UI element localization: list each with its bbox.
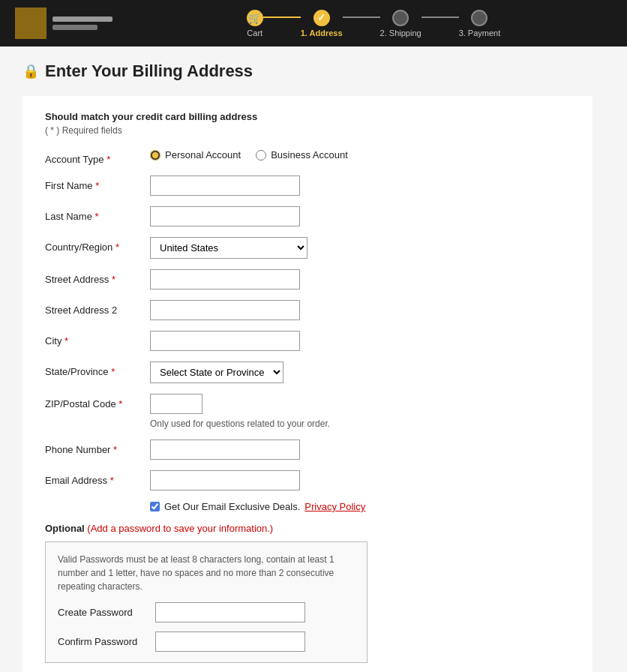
progress-bar: 🛒 Cart ✓ 1. Address 2. Shipping 3. Payme… bbox=[135, 10, 612, 38]
create-password-input[interactable] bbox=[155, 602, 305, 622]
connector-1 bbox=[263, 16, 301, 18]
street-address-field bbox=[150, 269, 570, 290]
step-cart-label: Cart bbox=[247, 28, 262, 38]
zip-input[interactable] bbox=[150, 394, 202, 414]
country-row: Country/Region * United States Canada Un… bbox=[45, 237, 570, 259]
street-address-input[interactable] bbox=[150, 269, 300, 290]
street-address2-row: Street Address 2 bbox=[45, 300, 570, 320]
header: 🛒 Cart ✓ 1. Address 2. Shipping 3. Payme… bbox=[0, 0, 627, 46]
password-box: Valid Passwords must be at least 8 chara… bbox=[45, 542, 368, 663]
step-address-label: 1. Address bbox=[301, 28, 343, 38]
logo-text bbox=[52, 16, 112, 30]
state-field: Select State or Province Alabama Alaska … bbox=[150, 362, 570, 383]
radio-personal[interactable]: Personal Account bbox=[150, 149, 241, 160]
street-address-label: Street Address * bbox=[45, 269, 150, 285]
step-shipping-label: 2. Shipping bbox=[380, 28, 422, 38]
city-input[interactable] bbox=[150, 331, 300, 351]
street-address2-field bbox=[150, 300, 570, 320]
first-name-row: First Name * bbox=[45, 176, 570, 196]
street-address-row: Street Address * bbox=[45, 269, 570, 290]
confirm-password-label: Confirm Password bbox=[58, 636, 155, 647]
state-select[interactable]: Select State or Province Alabama Alaska … bbox=[150, 362, 284, 383]
last-name-input[interactable] bbox=[150, 206, 300, 226]
form-subtitle: Should match your credit card billing ad… bbox=[45, 111, 570, 122]
zip-note: Only used for questions related to your … bbox=[150, 418, 570, 429]
phone-row: Phone Number * bbox=[45, 440, 570, 460]
email-field bbox=[150, 470, 570, 490]
form-container: Should match your credit card billing ad… bbox=[22, 96, 592, 672]
first-name-label: First Name * bbox=[45, 176, 150, 191]
zip-field bbox=[150, 394, 570, 414]
step-cart: 🛒 Cart bbox=[247, 10, 263, 38]
street-address2-label: Street Address 2 bbox=[45, 300, 150, 316]
city-label: City * bbox=[45, 331, 150, 346]
required-note: ( * ) Required fields bbox=[45, 125, 570, 136]
last-name-label: Last Name * bbox=[45, 206, 150, 222]
account-type-field: Personal Account Business Account bbox=[150, 149, 570, 160]
optional-label: Optional (Add a password to save your in… bbox=[45, 523, 570, 534]
phone-field bbox=[150, 440, 570, 460]
first-name-field bbox=[150, 176, 570, 196]
privacy-policy-link[interactable]: Privacy Policy bbox=[304, 501, 365, 512]
step-payment: 3. Payment bbox=[459, 10, 501, 38]
password-hint: Valid Passwords must be at least 8 chara… bbox=[58, 553, 355, 593]
email-deals-row: Get Our Email Exclusive Deals. Privacy P… bbox=[150, 501, 570, 512]
city-field bbox=[150, 331, 570, 351]
step-shipping: 2. Shipping bbox=[380, 10, 422, 38]
zip-row: ZIP/Postal Code * bbox=[45, 394, 570, 414]
step-cart-circle: 🛒 bbox=[247, 10, 263, 26]
city-row: City * bbox=[45, 331, 570, 351]
page-title: 🔒 Enter Your Billing Address bbox=[22, 62, 604, 81]
main-content: 🔒 Enter Your Billing Address Should matc… bbox=[0, 46, 627, 672]
email-input[interactable] bbox=[150, 470, 300, 490]
radio-business[interactable]: Business Account bbox=[256, 149, 348, 160]
email-label: Email Address * bbox=[45, 470, 150, 486]
logo-line2 bbox=[52, 25, 98, 30]
radio-personal-input[interactable] bbox=[150, 150, 160, 160]
country-field: United States Canada United Kingdom Aust… bbox=[150, 237, 570, 259]
step-payment-circle bbox=[471, 10, 488, 26]
last-name-field bbox=[150, 206, 570, 226]
street-address2-input[interactable] bbox=[150, 300, 300, 320]
radio-business-input[interactable] bbox=[256, 150, 266, 160]
lock-icon: 🔒 bbox=[22, 63, 39, 80]
step-shipping-circle bbox=[392, 10, 409, 26]
country-select[interactable]: United States Canada United Kingdom Aust… bbox=[150, 237, 308, 259]
connector-2 bbox=[343, 16, 380, 18]
last-name-row: Last Name * bbox=[45, 206, 570, 226]
zip-label: ZIP/Postal Code * bbox=[45, 394, 150, 410]
email-deals-checkbox[interactable] bbox=[150, 502, 160, 512]
confirm-password-row: Confirm Password bbox=[58, 632, 355, 652]
email-row: Email Address * bbox=[45, 470, 570, 490]
country-label: Country/Region * bbox=[45, 237, 150, 253]
logo bbox=[15, 8, 112, 39]
step-payment-label: 3. Payment bbox=[459, 28, 501, 38]
confirm-password-input[interactable] bbox=[155, 632, 305, 652]
step-address-circle: ✓ bbox=[314, 10, 330, 26]
state-label: State/Province * bbox=[45, 362, 150, 377]
step-address: ✓ 1. Address bbox=[301, 10, 343, 38]
connector-3 bbox=[422, 16, 459, 18]
phone-input[interactable] bbox=[150, 440, 300, 460]
create-password-label: Create Password bbox=[58, 607, 155, 618]
first-name-input[interactable] bbox=[150, 176, 300, 196]
phone-label: Phone Number * bbox=[45, 440, 150, 455]
state-row: State/Province * Select State or Provinc… bbox=[45, 362, 570, 383]
account-type-row: Account Type * Personal Account Business… bbox=[45, 149, 570, 165]
create-password-row: Create Password bbox=[58, 602, 355, 622]
logo-image bbox=[15, 8, 46, 39]
account-type-label: Account Type * bbox=[45, 149, 150, 165]
logo-line1 bbox=[52, 16, 112, 22]
